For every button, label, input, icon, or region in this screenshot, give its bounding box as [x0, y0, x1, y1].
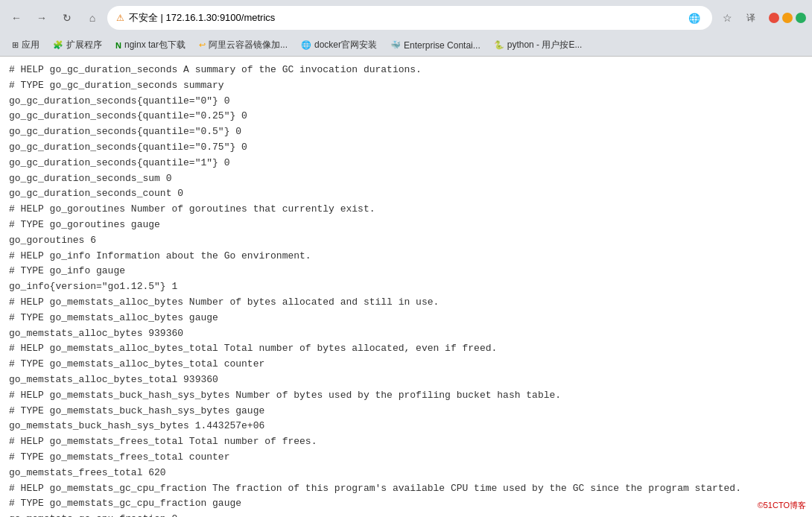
- metrics-line: go_memstats_alloc_bytes 939360: [9, 326, 803, 342]
- window-buttons: [769, 13, 806, 23]
- metrics-line: go_memstats_buck_hash_sys_bytes 1.443257…: [9, 419, 803, 434]
- bookmark-extensions-label: 扩展程序: [66, 39, 102, 51]
- bookmark-extensions[interactable]: 🧩 扩展程序: [47, 37, 108, 53]
- metrics-line: # TYPE go_memstats_frees_total counter: [9, 450, 803, 466]
- metrics-line: go_memstats_frees_total 620: [9, 466, 803, 481]
- bookmark-docker[interactable]: 🌐 docker官网安装: [295, 37, 383, 53]
- minimize-button[interactable]: [782, 13, 793, 23]
- content-area[interactable]: # HELP go_gc_duration_seconds A summary …: [0, 57, 812, 517]
- lock-icon: ⚠: [116, 13, 124, 23]
- bookmark-apps[interactable]: ⊞ 应用: [6, 37, 45, 53]
- python-icon: 🐍: [494, 40, 504, 50]
- metrics-line: go_gc_duration_seconds{quantile="0"} 0: [9, 94, 803, 110]
- metrics-line: # TYPE go_memstats_alloc_bytes gauge: [9, 311, 803, 326]
- nav-actions: ☆ 译: [717, 7, 761, 28]
- maximize-button[interactable]: [796, 13, 806, 23]
- metrics-line: # TYPE go_memstats_buck_hash_sys_bytes g…: [9, 404, 803, 419]
- metrics-line: go_gc_duration_seconds_sum 0: [9, 171, 803, 187]
- metrics-line: # TYPE go_info gauge: [9, 264, 803, 279]
- bookmark-enterprise[interactable]: 🐳 Enterprise Contai...: [384, 39, 486, 52]
- address-text: 不安全 | 172.16.1.30:9100/metrics: [129, 11, 275, 25]
- enterprise-icon: 🐳: [390, 40, 401, 50]
- apps-icon: ⊞: [12, 40, 19, 50]
- close-button[interactable]: [769, 13, 779, 23]
- home-button[interactable]: ⌂: [82, 7, 103, 28]
- bookmark-python[interactable]: 🐍 python - 用户按E...: [488, 37, 589, 53]
- nginx-icon: N: [115, 41, 121, 50]
- browser-window: ← → ↻ ⌂ ⚠ 不安全 | 172.16.1.30:9100/metrics…: [0, 0, 812, 517]
- metrics-line: # HELP go_memstats_frees_total Total num…: [9, 434, 803, 450]
- forward-button[interactable]: →: [31, 7, 52, 28]
- translate-icon[interactable]: 🌐: [685, 11, 703, 25]
- bookmark-aliyun-label: 阿里云容器镜像加...: [209, 39, 288, 51]
- bookmark-enterprise-label: Enterprise Contai...: [404, 40, 480, 51]
- metrics-line: go_gc_duration_seconds{quantile="0.75"} …: [9, 140, 803, 156]
- nav-bar: ← → ↻ ⌂ ⚠ 不安全 | 172.16.1.30:9100/metrics…: [0, 0, 812, 36]
- extensions-icon: 🧩: [53, 40, 63, 50]
- metrics-line: go_info{version="go1.12.5"} 1: [9, 279, 803, 295]
- metrics-line: go_gc_duration_seconds{quantile="0.5"} 0: [9, 124, 803, 140]
- metrics-line: # HELP go_memstats_alloc_bytes Number of…: [9, 295, 803, 311]
- watermark: ©51CTO博客: [758, 500, 806, 511]
- translate-button[interactable]: 译: [740, 7, 761, 28]
- metrics-line: # HELP go_memstats_alloc_bytes_total Tot…: [9, 341, 803, 357]
- metrics-line: # TYPE go_goroutines gauge: [9, 218, 803, 233]
- metrics-line: go_memstats_alloc_bytes_total 939360: [9, 372, 803, 388]
- bookmarks-bar: ⊞ 应用 🧩 扩展程序 N nginx tar包下载 ↩ 阿里云容器镜像加...…: [0, 36, 812, 57]
- bookmark-docker-label: docker官网安装: [314, 39, 377, 51]
- metrics-line: # TYPE go_memstats_alloc_bytes_total cou…: [9, 357, 803, 372]
- metrics-line: go_memstats_gc_cpu_fraction 0: [9, 512, 803, 517]
- bookmark-aliyun[interactable]: ↩ 阿里云容器镜像加...: [193, 37, 294, 53]
- bookmark-nginx-label: nginx tar包下载: [124, 39, 185, 51]
- metrics-line: # HELP go_memstats_buck_hash_sys_bytes N…: [9, 388, 803, 404]
- metrics-line: go_gc_duration_seconds{quantile="0.25"} …: [9, 109, 803, 124]
- bookmark-apps-label: 应用: [22, 39, 39, 51]
- bookmark-nginx[interactable]: N nginx tar包下载: [110, 37, 191, 53]
- metrics-line: # HELP go_gc_duration_seconds A summary …: [9, 63, 803, 78]
- aliyun-icon: ↩: [199, 40, 206, 50]
- metrics-line: # TYPE go_memstats_gc_cpu_fraction gauge: [9, 496, 803, 512]
- metrics-line: # HELP go_info Information about the Go …: [9, 249, 803, 264]
- docker-icon: 🌐: [301, 40, 311, 50]
- refresh-button[interactable]: ↻: [57, 7, 77, 28]
- bookmark-python-label: python - 用户按E...: [507, 39, 583, 51]
- metrics-line: # HELP go_memstats_gc_cpu_fraction The f…: [9, 481, 803, 497]
- metrics-line: go_gc_duration_seconds{quantile="1"} 0: [9, 156, 803, 171]
- metrics-line: # HELP go_goroutines Number of goroutine…: [9, 202, 803, 218]
- back-button[interactable]: ←: [6, 7, 27, 28]
- metrics-line: # TYPE go_gc_duration_seconds summary: [9, 78, 803, 94]
- address-bar[interactable]: ⚠ 不安全 | 172.16.1.30:9100/metrics 🌐: [107, 6, 712, 30]
- metrics-line: go_gc_duration_seconds_count 0: [9, 186, 803, 202]
- star-button[interactable]: ☆: [717, 7, 738, 28]
- metrics-line: go_goroutines 6: [9, 233, 803, 249]
